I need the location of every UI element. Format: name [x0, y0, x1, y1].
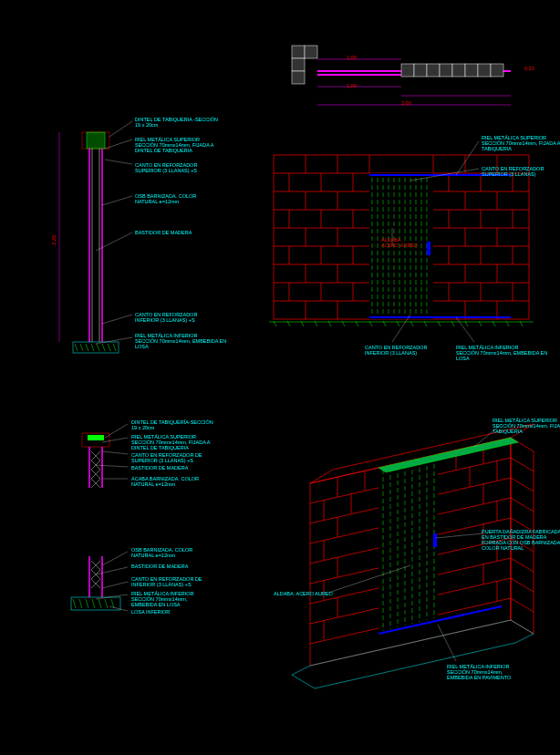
- label-riel-inf-elev: RIEL METÁLICA INFERIOR SECCIÓN 70mmx14mm…: [456, 345, 547, 361]
- svg-line-221: [436, 533, 483, 538]
- svg-line-25: [75, 344, 78, 351]
- svg-line-187: [511, 558, 534, 572]
- svg-rect-137: [88, 435, 104, 440]
- label-riel-inf-iso: RIEL METÁLICA INFERIOR SECCIÓN 70mmx14mm…: [447, 664, 511, 680]
- dim-w2: 1,00: [347, 83, 357, 88]
- svg-line-40: [96, 337, 132, 344]
- svg-rect-161: [71, 597, 120, 610]
- label-osb-a: OSB BARNIZADA. COLOR NATURAL e=12mm: [135, 193, 196, 204]
- svg-line-166: [99, 599, 101, 608]
- svg-rect-3: [292, 71, 305, 84]
- svg-rect-0: [292, 46, 305, 58]
- label-dintel-a: DINTEL DE TABIQUERIA -SECCIÓN 19 x 20cm: [135, 117, 218, 128]
- svg-line-183: [511, 478, 534, 491]
- label-bastidor-a: BASTIDOR DE MADERA: [135, 230, 192, 235]
- svg-rect-2: [292, 58, 305, 71]
- svg-line-149: [102, 438, 128, 442]
- label-canto-sup-a: CANTO EN REFORZADOR SUPERIOR (3 LLANAS) …: [135, 162, 197, 173]
- label-riel-sup-a: RIEL METÁLICA SUPERIOR SECCIÓN 70mmx14mm…: [135, 137, 214, 153]
- label-riel-b: RIEL METÁLICA SUPERIOR SECCIÓN 70mmx14mm…: [131, 434, 211, 450]
- label-canto-b: CANTO EN REFORZADOR DE SUPERIOR (3 LLANA…: [131, 452, 202, 463]
- dim-w3: 2,00: [401, 100, 411, 106]
- svg-line-162: [73, 599, 76, 608]
- svg-rect-10: [452, 64, 465, 77]
- label-osb-b: ACABA BARNIZADA. COLOR NATURAL e=12mm: [131, 476, 199, 487]
- dim-w1: 1,00: [347, 55, 357, 60]
- label-puerta-iso: PUERTA DAÑADIZRA FABRICADA EN BASTIDOR D…: [482, 529, 560, 551]
- label-canto-inf-a: CANTO EN REFORZADOR INFERIOR (3 LLANAS) …: [135, 312, 197, 323]
- label-losa-c: LOSA INFERIOR: [131, 609, 170, 615]
- svg-line-164: [86, 599, 88, 608]
- svg-line-188: [511, 578, 534, 592]
- svg-rect-19: [87, 132, 105, 149]
- svg-line-39: [102, 315, 132, 324]
- svg-line-223: [438, 625, 456, 661]
- dim-height: 2,20: [51, 235, 57, 245]
- svg-line-35: [105, 140, 132, 149]
- svg-rect-219: [433, 533, 437, 547]
- cad-drawing-canvas: [0, 0, 560, 755]
- svg-line-131: [456, 141, 479, 175]
- svg-line-165: [92, 599, 95, 608]
- svg-rect-8: [427, 64, 440, 77]
- label-canto-c: CANTO EN REFORZADOR DE INFERIOR (3 LLANA…: [131, 576, 202, 587]
- svg-line-170: [96, 567, 128, 574]
- svg-line-28: [91, 344, 94, 351]
- svg-rect-1: [305, 46, 317, 58]
- label-osb-c: OSB BARNIZADA. COLOR NATURAL e=12mm: [131, 547, 192, 558]
- svg-rect-11: [465, 64, 478, 77]
- label-aldaba-elev: ALDABA ACERO AUREO: [381, 237, 418, 248]
- svg-rect-7: [414, 64, 427, 77]
- svg-rect-13: [491, 64, 503, 77]
- label-aldaba-iso: ALDABA: ACERO AUREO: [274, 591, 333, 596]
- svg-rect-110: [427, 242, 430, 255]
- svg-line-30: [102, 344, 105, 351]
- svg-line-182: [511, 458, 534, 471]
- svg-line-32: [113, 344, 116, 351]
- svg-line-169: [102, 552, 128, 565]
- svg-line-189: [511, 598, 534, 612]
- svg-line-184: [511, 498, 534, 512]
- svg-line-36: [105, 160, 132, 164]
- svg-line-31: [108, 344, 110, 351]
- svg-line-171: [102, 582, 128, 588]
- label-bastidor-b: BASTIDOR DE MADERA: [131, 465, 188, 471]
- svg-rect-6: [401, 64, 414, 77]
- svg-line-163: [79, 599, 82, 608]
- svg-line-29: [97, 344, 99, 351]
- dim-h: 0,20: [524, 66, 534, 71]
- svg-line-27: [86, 344, 88, 351]
- svg-line-38: [96, 233, 132, 251]
- label-riel-sup-elev: RIEL METÁLICA SUPERIOR SECCIÓN 70mmx14mm…: [482, 135, 560, 151]
- svg-rect-24: [73, 342, 119, 353]
- label-bastidor-c: BASTIDOR DE MADERA: [131, 564, 188, 569]
- svg-line-37: [102, 196, 132, 205]
- svg-line-34: [109, 121, 132, 137]
- label-canto-inf-elev: CANTO EN REFORZADOR INFERIOR (3 LLANAS): [365, 345, 427, 356]
- svg-line-167: [105, 599, 108, 608]
- svg-line-151: [96, 465, 128, 467]
- svg-line-26: [80, 344, 83, 351]
- label-riel-inf-a: RIEL METÁLICA INFERIOR SECCIÓN 70mmx14mm…: [135, 333, 226, 349]
- label-riel-c: RIEL METÁLICA INFERIOR SECCIÓN 70mmx14mm…: [131, 591, 194, 607]
- svg-line-148: [105, 424, 128, 438]
- label-canto-sup-elev: CANTO EN REFORZADOR SUPERIOR (3 LLANAS): [482, 166, 544, 177]
- svg-rect-9: [440, 64, 452, 77]
- label-dintel-b: DINTEL DE TABIQUERÍA-SECCIÓN 19 x 20cm: [131, 419, 213, 430]
- svg-rect-12: [478, 64, 491, 77]
- svg-line-150: [102, 451, 128, 454]
- svg-line-172: [96, 595, 128, 599]
- label-riel-sup-iso: RIEL METÁLICA SUPERIOR SECCIÓN 70mmx14mm…: [493, 418, 560, 434]
